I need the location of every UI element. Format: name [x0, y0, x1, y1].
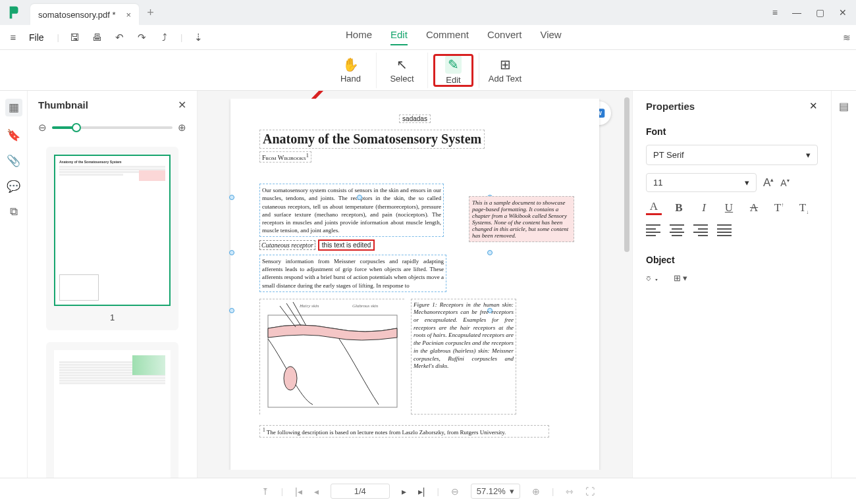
title-bar: somatosensory.pdf * × + ≡ — ▢ ✕ [0, 0, 856, 25]
redo-icon[interactable]: ↷ [136, 32, 149, 43]
svg-text:Glabrous skin: Glabrous skin [352, 303, 379, 309]
increase-font-icon[interactable]: A▴ [763, 176, 774, 189]
align-justify-button[interactable] [717, 224, 732, 236]
last-page-icon[interactable]: ▸| [418, 486, 425, 497]
save-icon[interactable]: 🖫 [68, 32, 82, 43]
thumb-zoom-slider[interactable] [52, 126, 173, 129]
pdf-page[interactable]: sadadas Anatomy of the Somatosensory Sys… [230, 99, 599, 470]
doc-subtitle-box[interactable]: From Wikibooks1 [259, 151, 311, 163]
paragraph-2-box[interactable]: Sensory information from Meissner corpus… [259, 255, 446, 292]
hand-icon: ✋ [342, 57, 359, 72]
subscript-button[interactable]: T↓ [796, 201, 812, 215]
hand-tool[interactable]: ✋ Hand [325, 53, 377, 88]
object-distribute-button[interactable]: ⊞ ▾ [674, 273, 688, 283]
chevron-down-icon: ▾ [745, 178, 749, 188]
thumbnail-page-2[interactable] [54, 350, 171, 478]
document-tab[interactable]: somatosensory.pdf * × [30, 4, 139, 25]
zoom-value[interactable]: 57.12% ▾ [471, 484, 520, 499]
bold-button[interactable]: B [671, 201, 687, 215]
font-size-select[interactable]: 11 ▾ [646, 173, 757, 192]
first-page-vert-icon[interactable]: ⤒ [261, 486, 269, 497]
svg-rect-4 [260, 299, 405, 415]
fit-page-icon[interactable]: ⛶ [585, 486, 595, 497]
sample-callout-box[interactable]: This is a sample document to showcase pa… [469, 196, 574, 242]
footnote-box[interactable]: 1 The following description is based on … [259, 425, 549, 438]
edit-tool[interactable]: ✎ Edit [428, 53, 479, 88]
chevron-down-icon: ▾ [510, 486, 514, 496]
select-tool[interactable]: ↖ Select [377, 53, 428, 88]
chevron-down-icon: ▾ [806, 150, 811, 160]
strikethrough-button[interactable]: A [746, 201, 762, 215]
hamburger-icon[interactable]: ≡ [7, 32, 20, 43]
font-color-button[interactable]: A [646, 201, 662, 215]
tab-edit[interactable]: Edit [390, 29, 408, 45]
print-icon[interactable]: 🖶 [91, 32, 104, 43]
figure-caption-box[interactable]: Figure 1: Receptors in the human skin: M… [411, 299, 516, 415]
close-tab-icon[interactable]: × [126, 10, 132, 20]
comment-rail-icon[interactable]: 💬 [7, 180, 20, 193]
object-align-button[interactable]: ⎏ ▾ [646, 273, 659, 283]
properties-panel: Properties ✕ Font PT Serif ▾ 11 ▾ A▴ A▾ … [632, 91, 831, 478]
close-properties-icon[interactable]: ✕ [809, 100, 818, 112]
new-tab-button[interactable]: + [147, 6, 154, 20]
close-thumbnail-icon[interactable]: ✕ [178, 99, 186, 111]
object-section-title: Object [646, 255, 818, 265]
add-text-tool[interactable]: ⊞ Add Text [479, 53, 531, 88]
align-center-button[interactable] [670, 224, 684, 236]
tab-convert[interactable]: Convert [487, 29, 522, 45]
superscript-button[interactable]: T↑ [771, 201, 787, 215]
tab-home[interactable]: Home [346, 29, 372, 45]
align-left-button[interactable] [646, 224, 660, 236]
thumbnail-panel-title: Thumbnail [38, 99, 88, 111]
bookmark-rail-icon[interactable]: 🔖 [7, 128, 20, 142]
share-icon[interactable]: ⤴ [158, 32, 171, 43]
decrease-font-icon[interactable]: A▾ [780, 178, 789, 188]
quick-toolbar: ≡ File | 🖫 🖶 ↶ ↷ ⤴ | ⇣ Home Edit Comment… [0, 25, 856, 50]
tab-view[interactable]: View [540, 29, 561, 45]
tab-comment[interactable]: Comment [426, 29, 469, 45]
canvas: W sadadas Anatomy of the Somatosensory S… [198, 91, 632, 478]
minimize-icon[interactable]: — [792, 7, 801, 18]
cursor-icon: ↖ [396, 57, 408, 72]
undo-icon[interactable]: ↶ [113, 32, 126, 43]
thumbnail-list: Anatomy of the Somatosensory System 1 2 [28, 140, 197, 478]
main-body: ▦ 🔖 📎 💬 ⧉ Thumbnail ✕ ⊖ ⊕ Anatomy of the… [0, 91, 856, 478]
edit-ribbon: ✋ Hand ↖ Select ✎ Edit ⊞ Add Text [0, 50, 856, 91]
figure-image-box[interactable]: Hairy skin Glabrous skin [259, 299, 404, 415]
collapse-ribbon-icon[interactable]: ≋ [843, 32, 849, 43]
main-menu-icon[interactable]: ≡ [772, 7, 778, 18]
first-page-icon[interactable]: |◂ [295, 486, 302, 497]
font-family-select[interactable]: PT Serif ▾ [646, 145, 818, 165]
close-window-icon[interactable]: ✕ [839, 7, 847, 18]
right-rail: ▤ [831, 91, 856, 478]
thumb-zoom-in-icon[interactable]: ⊕ [178, 122, 186, 134]
italic-button[interactable]: I [696, 201, 712, 215]
edited-text-box[interactable]: this text is edited [318, 239, 375, 251]
page-indicator[interactable]: 1/4 [331, 484, 390, 499]
thumbnail-page-1[interactable]: Anatomy of the Somatosensory System [54, 155, 171, 306]
attachment-rail-icon[interactable]: 📎 [7, 154, 20, 168]
vertical-scrollbar[interactable] [624, 97, 629, 252]
thumbnail-rail-icon[interactable]: ▦ [5, 99, 22, 116]
fit-width-icon[interactable]: ⇿ [566, 486, 574, 497]
thumbnail-panel: Thumbnail ✕ ⊖ ⊕ Anatomy of the Somatosen… [28, 91, 198, 478]
styles-rail-icon[interactable]: ▤ [839, 100, 849, 113]
svg-text:Hairy skin: Hairy skin [299, 303, 319, 309]
underline-button[interactable]: U [721, 201, 737, 215]
paragraph-1-box[interactable]: Our somatosensory system consists of sen… [259, 184, 444, 237]
align-right-button[interactable] [693, 224, 708, 236]
next-page-icon[interactable]: ▸ [402, 486, 406, 497]
layers-rail-icon[interactable]: ⧉ [10, 205, 18, 218]
maximize-icon[interactable]: ▢ [816, 7, 824, 18]
thumb-zoom-out-icon[interactable]: ⊖ [38, 122, 47, 134]
doc-title-box[interactable]: Anatomy of the Somatosensory System [259, 130, 485, 149]
file-menu[interactable]: File [29, 32, 44, 43]
zoom-in-footer-icon[interactable]: ⊕ [532, 486, 540, 497]
more-icon[interactable]: ⇣ [192, 32, 205, 43]
prev-page-icon[interactable]: ◂ [314, 486, 319, 497]
left-rail: ▦ 🔖 📎 💬 ⧉ [0, 91, 28, 478]
font-section-title: Font [646, 126, 818, 137]
cut-receptor-label[interactable]: Cutaneous receptor [259, 240, 315, 250]
zoom-out-footer-icon[interactable]: ⊖ [451, 486, 459, 497]
watermark-box[interactable]: sadadas [399, 114, 431, 123]
